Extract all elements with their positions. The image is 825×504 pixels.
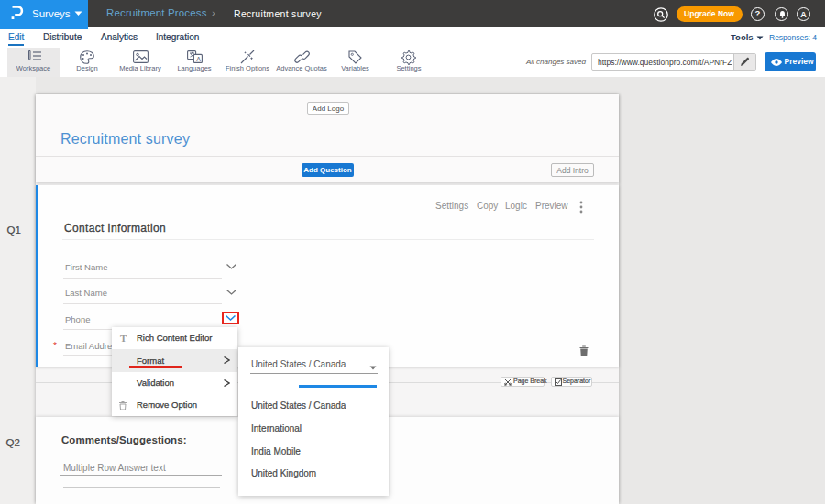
svg-text:A: A [196, 56, 201, 62]
